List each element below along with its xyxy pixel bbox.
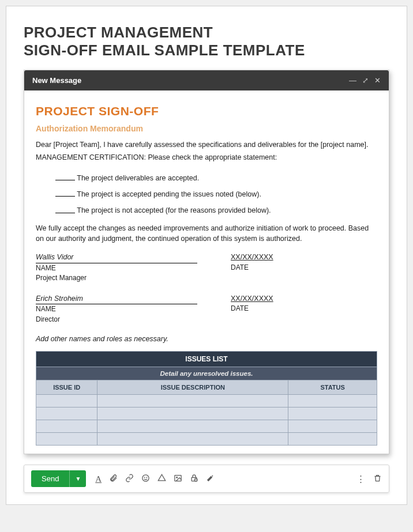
compose-toolbar: Send ▼ A <box>24 465 389 493</box>
signer-date: XX/XX/XXXX <box>231 253 273 261</box>
signer-date: XX/XX/XXXX <box>231 295 273 303</box>
signature-block: Erich Stroheim NAME Director XX/XX/XXXX … <box>36 294 377 325</box>
pen-icon[interactable] <box>206 474 215 484</box>
name-label: NAME <box>36 264 56 272</box>
option-text: The project is accepted pending the issu… <box>77 190 261 198</box>
document-page: PROJECT MANAGEMENT SIGN-OFF EMAIL SAMPLE… <box>6 6 407 505</box>
date-label: DATE <box>231 263 249 271</box>
more-icon[interactable]: ⋮ <box>356 474 365 484</box>
option-text: The project deliverables are accepted. <box>77 174 199 182</box>
email-compose-window: New Message — ⤢ ✕ PROJECT SIGN-OFF Autho… <box>24 70 389 454</box>
option-line: The project is not accepted (for the rea… <box>55 206 377 214</box>
send-button-group: Send ▼ <box>31 470 86 487</box>
date-label: DATE <box>231 304 249 312</box>
signer-role: Director <box>36 315 60 323</box>
project-heading: PROJECT SIGN-OFF <box>36 104 377 118</box>
expand-icon[interactable]: ⤢ <box>362 77 369 84</box>
checkbox-blank[interactable] <box>55 174 75 180</box>
svg-point-1 <box>144 477 145 478</box>
table-row <box>36 433 377 446</box>
option-line: The project is accepted pending the issu… <box>55 190 377 198</box>
email-header-bar: New Message — ⤢ ✕ <box>24 70 389 90</box>
close-icon[interactable]: ✕ <box>374 77 381 84</box>
svg-point-4 <box>177 477 178 478</box>
col-issue-id: ISSUE ID <box>36 380 97 395</box>
svg-point-0 <box>142 475 149 481</box>
col-status: STATUS <box>288 380 377 395</box>
signer-name: Wallis Vidor <box>36 253 74 261</box>
acceptance-text: We fully accept the changes as needed im… <box>36 223 377 245</box>
sub-heading: Authorization Memorandum <box>36 124 377 133</box>
issues-main-header: ISSUES LIST <box>36 352 377 367</box>
attach-icon[interactable] <box>109 474 118 484</box>
emoji-icon[interactable] <box>141 474 150 484</box>
send-button[interactable]: Send <box>31 470 69 487</box>
issues-sub-header: Detail any unresolved issues. <box>36 367 377 380</box>
table-row <box>36 420 377 433</box>
intro-text: Dear [Project Team], I have carefully as… <box>36 139 377 164</box>
image-icon[interactable] <box>174 474 182 484</box>
svg-point-2 <box>147 477 147 478</box>
option-line: The project deliverables are accepted. <box>55 174 377 182</box>
send-dropdown[interactable]: ▼ <box>69 470 86 487</box>
col-issue-desc: ISSUE DESCRIPTION <box>97 380 288 395</box>
link-icon[interactable] <box>125 474 134 484</box>
checkbox-blank[interactable] <box>55 190 75 197</box>
add-note: Add other names and roles as necessary. <box>36 335 377 343</box>
confidential-icon[interactable] <box>190 474 198 484</box>
issues-table: ISSUES LIST Detail any unresolved issues… <box>36 351 377 446</box>
signature-block: Wallis Vidor NAME Project Manager XX/XX/… <box>36 252 377 284</box>
title-line-2: SIGN-OFF EMAIL SAMPLE TEMPLATE <box>24 41 389 59</box>
drive-icon[interactable] <box>157 474 166 484</box>
signer-name: Erich Stroheim <box>36 295 83 303</box>
document-title: PROJECT MANAGEMENT SIGN-OFF EMAIL SAMPLE… <box>24 24 389 59</box>
table-row <box>36 408 377 420</box>
trash-icon[interactable] <box>373 474 382 484</box>
minimize-icon[interactable]: — <box>349 77 356 84</box>
signer-role: Project Manager <box>36 274 87 282</box>
email-body: PROJECT SIGN-OFF Authorization Memorandu… <box>24 90 389 454</box>
window-controls: — ⤢ ✕ <box>349 77 381 84</box>
option-text: The project is not accepted (for the rea… <box>77 207 271 215</box>
email-header-title: New Message <box>32 76 81 85</box>
format-icon[interactable]: A <box>95 474 102 484</box>
checkbox-blank[interactable] <box>55 206 75 213</box>
title-line-1: PROJECT MANAGEMENT <box>24 24 389 41</box>
name-label: NAME <box>36 305 56 313</box>
table-row <box>36 395 377 408</box>
